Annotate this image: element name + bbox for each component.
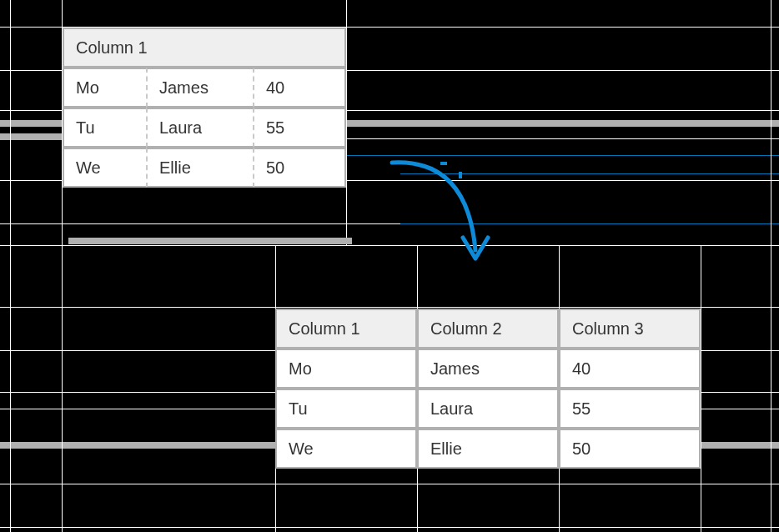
cell-c1: Tu: [275, 389, 417, 429]
table-row: Tu Laura 55: [275, 389, 701, 429]
cell-value: 55: [254, 108, 346, 148]
cell-value: 40: [254, 68, 346, 108]
result-header-3: Column 3: [559, 309, 701, 349]
source-table: Column 1 Mo James 40 Tu Laura 55 We Elli…: [63, 28, 346, 188]
result-table: Column 1 Column 2 Column 3 Mo James 40 T…: [275, 309, 701, 469]
cell-c1: We: [275, 429, 417, 469]
result-header-2: Column 2: [417, 309, 559, 349]
table-row: We Ellie 50: [63, 148, 346, 188]
cell-c3: 50: [559, 429, 701, 469]
cell-day: Tu: [63, 108, 146, 148]
cell-c3: 55: [559, 389, 701, 429]
split-arrow-icon: [384, 150, 517, 284]
table-row: We Ellie 50: [275, 429, 701, 469]
svg-rect-0: [440, 162, 447, 165]
cell-c2: Ellie: [417, 429, 559, 469]
table-row: Tu Laura 55: [63, 108, 346, 148]
cell-day: We: [63, 148, 146, 188]
cell-name: Ellie: [146, 148, 254, 188]
cell-c1: Mo: [275, 349, 417, 389]
cell-name: James: [146, 68, 254, 108]
source-table-header: Column 1: [63, 28, 346, 68]
result-header-1: Column 1: [275, 309, 417, 349]
table-row: Mo James 40: [275, 349, 701, 389]
cell-value: 50: [254, 148, 346, 188]
cell-c2: James: [417, 349, 559, 389]
cell-c2: Laura: [417, 389, 559, 429]
cell-name: Laura: [146, 108, 254, 148]
table-shadow: [68, 238, 352, 244]
cell-day: Mo: [63, 68, 146, 108]
cell-c3: 40: [559, 349, 701, 389]
table-row: Mo James 40: [63, 68, 346, 108]
